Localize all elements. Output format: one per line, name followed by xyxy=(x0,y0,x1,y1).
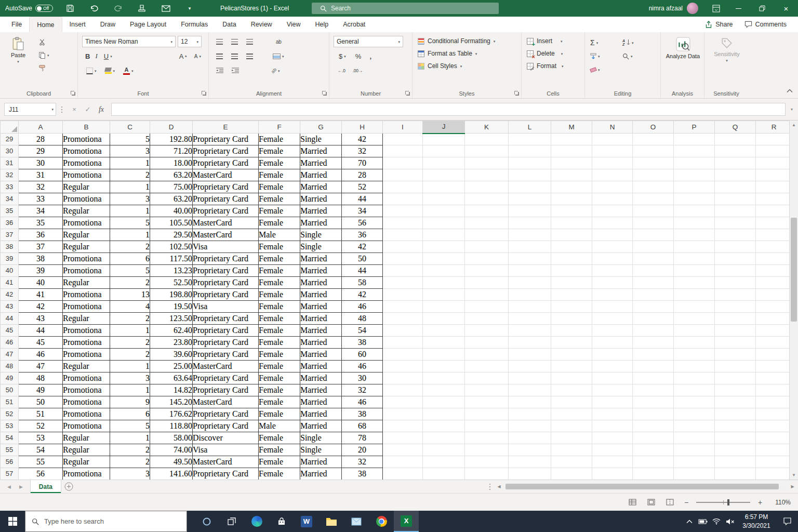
cell-L34[interactable] xyxy=(509,193,551,205)
cell-N34[interactable] xyxy=(592,193,633,205)
cell-Q36[interactable] xyxy=(715,217,756,229)
clipboard-dialog-launcher[interactable] xyxy=(70,90,76,96)
fill-button[interactable]: ▾ xyxy=(589,51,621,61)
cell-R37[interactable] xyxy=(756,229,792,241)
cell-D48[interactable]: 25.00 xyxy=(150,361,193,373)
cell-L41[interactable] xyxy=(509,277,551,289)
cell-J47[interactable] xyxy=(423,349,465,361)
cell-K53[interactable] xyxy=(465,420,509,432)
cell-G47[interactable]: Married xyxy=(300,349,342,361)
cell-H32[interactable]: 28 xyxy=(342,169,383,181)
cell-B42[interactable]: Promotiona xyxy=(63,289,110,301)
cell-M53[interactable] xyxy=(551,420,592,432)
cell-E45[interactable]: Proprietary Card xyxy=(193,325,259,337)
cell-L44[interactable] xyxy=(509,313,551,325)
cell-Q38[interactable] xyxy=(715,241,756,253)
cell-M46[interactable] xyxy=(551,337,592,349)
cell-I39[interactable] xyxy=(383,253,423,265)
cell-H44[interactable]: 48 xyxy=(342,313,383,325)
cell-M43[interactable] xyxy=(551,301,592,313)
delete-cells-button[interactable]: Delete▾ xyxy=(526,48,581,59)
cell-D52[interactable]: 176.62 xyxy=(150,408,193,420)
close-button[interactable]: × xyxy=(774,0,798,17)
search-input[interactable] xyxy=(331,5,476,12)
cell-I54[interactable] xyxy=(383,432,423,444)
ribbon-tab-help[interactable]: Help xyxy=(308,17,336,32)
cell-J30[interactable] xyxy=(423,145,465,157)
sort-filter-button[interactable]: AZ▾ xyxy=(621,37,654,48)
cell-E32[interactable]: MasterCard xyxy=(193,169,259,181)
sensitivity-button[interactable]: Sensitivity ▾ xyxy=(709,35,745,62)
cell-F50[interactable]: Female xyxy=(259,384,300,396)
cell-G51[interactable]: Married xyxy=(300,396,342,408)
cell-L56[interactable] xyxy=(509,456,551,468)
cell-I44[interactable] xyxy=(383,313,423,325)
cell-G39[interactable]: Married xyxy=(300,253,342,265)
cell-C56[interactable]: 2 xyxy=(110,456,150,468)
cell-I52[interactable] xyxy=(383,408,423,420)
cell-E41[interactable]: Proprietary Card xyxy=(193,277,259,289)
cell-L57[interactable] xyxy=(509,468,551,480)
cell-D43[interactable]: 19.50 xyxy=(150,301,193,313)
cell-N55[interactable] xyxy=(592,444,633,456)
cell-C41[interactable]: 2 xyxy=(110,277,150,289)
cell-D29[interactable]: 192.80 xyxy=(150,134,193,145)
cell-J48[interactable] xyxy=(423,361,465,373)
cell-E30[interactable]: Proprietary Card xyxy=(193,145,259,157)
cell-K48[interactable] xyxy=(465,361,509,373)
cell-D37[interactable]: 29.50 xyxy=(150,229,193,241)
cell-L49[interactable] xyxy=(509,373,551,384)
column-header-e[interactable]: E xyxy=(193,121,259,134)
cell-H29[interactable]: 42 xyxy=(342,134,383,145)
cell-C33[interactable]: 1 xyxy=(110,181,150,193)
zoom-slider-thumb[interactable] xyxy=(727,499,729,506)
cell-O31[interactable] xyxy=(633,157,674,169)
cell-B45[interactable]: Promotiona xyxy=(63,325,110,337)
scroll-right-arrow[interactable]: ▶ xyxy=(788,484,797,489)
column-header-c[interactable]: C xyxy=(110,121,150,134)
italic-button[interactable]: I xyxy=(95,52,97,60)
cell-A32[interactable]: 31 xyxy=(19,169,63,181)
cell-P42[interactable] xyxy=(674,289,715,301)
cell-J56[interactable] xyxy=(423,456,465,468)
cell-O49[interactable] xyxy=(633,373,674,384)
cell-H48[interactable]: 46 xyxy=(342,361,383,373)
cell-R49[interactable] xyxy=(756,373,792,384)
find-select-button[interactable]: ▾ xyxy=(621,51,654,61)
cell-O54[interactable] xyxy=(633,432,674,444)
taskbar-search-input[interactable] xyxy=(44,517,169,525)
cell-H46[interactable]: 38 xyxy=(342,337,383,349)
cell-P33[interactable] xyxy=(674,181,715,193)
expand-formula-bar-button[interactable]: ▾ xyxy=(788,107,796,112)
cell-G38[interactable]: Single xyxy=(300,241,342,253)
cell-L52[interactable] xyxy=(509,408,551,420)
zoom-out-button[interactable]: − xyxy=(682,498,691,507)
cell-P48[interactable] xyxy=(674,361,715,373)
cell-C57[interactable]: 3 xyxy=(110,468,150,480)
cell-Q45[interactable] xyxy=(715,325,756,337)
cell-N44[interactable] xyxy=(592,313,633,325)
cell-B52[interactable]: Promotiona xyxy=(63,408,110,420)
row-header-48[interactable]: 48 xyxy=(1,361,19,373)
cell-N45[interactable] xyxy=(592,325,633,337)
row-header-30[interactable]: 30 xyxy=(1,145,19,157)
cell-O39[interactable] xyxy=(633,253,674,265)
cell-M29[interactable] xyxy=(551,134,592,145)
cell-B29[interactable]: Promotiona xyxy=(63,134,110,145)
cell-K49[interactable] xyxy=(465,373,509,384)
cell-R50[interactable] xyxy=(756,384,792,396)
cell-O53[interactable] xyxy=(633,420,674,432)
scroll-up-arrow[interactable]: ▲ xyxy=(790,121,798,129)
cell-K35[interactable] xyxy=(465,205,509,217)
cell-J39[interactable] xyxy=(423,253,465,265)
cell-O45[interactable] xyxy=(633,325,674,337)
cell-G44[interactable]: Married xyxy=(300,313,342,325)
alignment-dialog-launcher[interactable] xyxy=(322,90,327,96)
cell-N30[interactable] xyxy=(592,145,633,157)
cell-C39[interactable]: 6 xyxy=(110,253,150,265)
ribbon-tab-review[interactable]: Review xyxy=(244,17,280,32)
cell-C36[interactable]: 5 xyxy=(110,217,150,229)
cell-N31[interactable] xyxy=(592,157,633,169)
cell-M56[interactable] xyxy=(551,456,592,468)
cell-E34[interactable]: Proprietary Card xyxy=(193,193,259,205)
